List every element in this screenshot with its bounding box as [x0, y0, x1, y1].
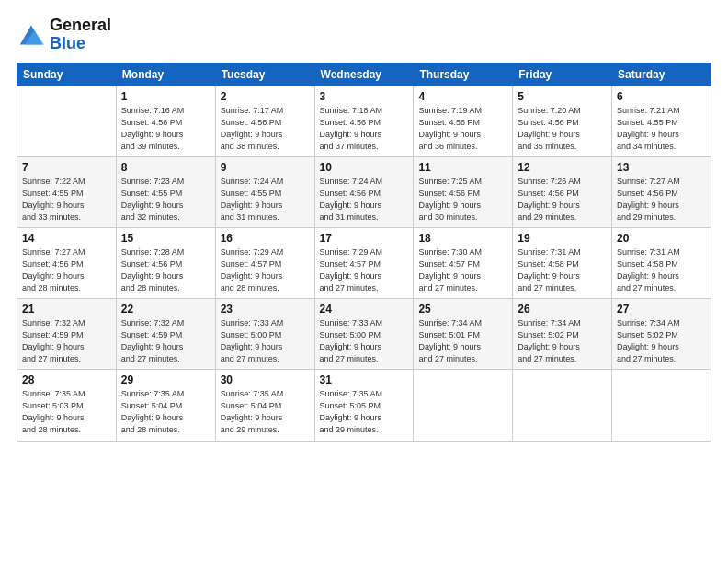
calendar-cell: 17Sunrise: 7:29 AM Sunset: 4:57 PM Dayli… — [314, 227, 414, 298]
calendar-week-row: 1Sunrise: 7:16 AM Sunset: 4:56 PM Daylig… — [17, 86, 711, 156]
day-number: 10 — [320, 161, 409, 174]
day-number: 15 — [121, 232, 210, 245]
calendar-cell — [513, 370, 612, 441]
calendar-week-row: 14Sunrise: 7:27 AM Sunset: 4:56 PM Dayli… — [17, 227, 711, 298]
day-number: 2 — [221, 90, 310, 103]
day-number: 13 — [617, 161, 706, 174]
day-info: Sunrise: 7:35 AM Sunset: 5:04 PM Dayligh… — [221, 388, 310, 436]
calendar-cell: 18Sunrise: 7:30 AM Sunset: 4:57 PM Dayli… — [414, 227, 513, 298]
calendar-cell: 21Sunrise: 7:32 AM Sunset: 4:59 PM Dayli… — [17, 299, 117, 370]
header: General Blue — [17, 17, 711, 53]
day-number: 21 — [22, 303, 111, 316]
day-info: Sunrise: 7:31 AM Sunset: 4:58 PM Dayligh… — [518, 247, 607, 294]
day-number: 27 — [617, 303, 706, 316]
day-info: Sunrise: 7:21 AM Sunset: 4:55 PM Dayligh… — [617, 105, 706, 153]
calendar-header-saturday: Saturday — [612, 63, 711, 86]
calendar-header-wednesday: Wednesday — [314, 63, 414, 86]
day-number: 23 — [221, 303, 310, 316]
day-info: Sunrise: 7:22 AM Sunset: 4:55 PM Dayligh… — [22, 176, 111, 224]
calendar-cell: 16Sunrise: 7:29 AM Sunset: 4:57 PM Dayli… — [215, 227, 314, 298]
day-info: Sunrise: 7:32 AM Sunset: 4:59 PM Dayligh… — [22, 317, 111, 365]
calendar-table: SundayMondayTuesdayWednesdayThursdayFrid… — [17, 63, 711, 442]
page: General Blue SundayMondayTuesdayWednesda… — [0, 0, 728, 563]
calendar-cell: 15Sunrise: 7:28 AM Sunset: 4:56 PM Dayli… — [116, 227, 215, 298]
calendar-cell: 9Sunrise: 7:24 AM Sunset: 4:55 PM Daylig… — [215, 156, 314, 227]
calendar-week-row: 28Sunrise: 7:35 AM Sunset: 5:03 PM Dayli… — [17, 370, 711, 441]
day-info: Sunrise: 7:34 AM Sunset: 5:01 PM Dayligh… — [418, 317, 507, 365]
calendar-cell: 27Sunrise: 7:34 AM Sunset: 5:02 PM Dayli… — [612, 299, 711, 370]
day-info: Sunrise: 7:19 AM Sunset: 4:56 PM Dayligh… — [418, 105, 507, 153]
day-info: Sunrise: 7:32 AM Sunset: 4:59 PM Dayligh… — [121, 317, 210, 365]
calendar-cell: 28Sunrise: 7:35 AM Sunset: 5:03 PM Dayli… — [17, 370, 117, 441]
calendar-cell: 8Sunrise: 7:23 AM Sunset: 4:55 PM Daylig… — [116, 156, 215, 227]
day-number: 18 — [418, 232, 507, 245]
calendar-cell: 7Sunrise: 7:22 AM Sunset: 4:55 PM Daylig… — [17, 156, 117, 227]
day-info: Sunrise: 7:16 AM Sunset: 4:56 PM Dayligh… — [121, 105, 210, 153]
day-number: 25 — [418, 303, 507, 316]
calendar-cell: 11Sunrise: 7:25 AM Sunset: 4:56 PM Dayli… — [414, 156, 513, 227]
logo-text: General Blue — [50, 17, 111, 53]
calendar-cell: 4Sunrise: 7:19 AM Sunset: 4:56 PM Daylig… — [414, 86, 513, 156]
calendar-cell — [17, 86, 117, 156]
calendar-cell: 22Sunrise: 7:32 AM Sunset: 4:59 PM Dayli… — [116, 299, 215, 370]
day-info: Sunrise: 7:35 AM Sunset: 5:03 PM Dayligh… — [22, 388, 111, 436]
calendar-cell — [414, 370, 513, 441]
calendar-header-tuesday: Tuesday — [215, 63, 314, 86]
day-number: 29 — [121, 373, 210, 386]
calendar-header-sunday: Sunday — [17, 63, 117, 86]
day-number: 31 — [320, 373, 409, 386]
day-info: Sunrise: 7:17 AM Sunset: 4:56 PM Dayligh… — [221, 105, 310, 153]
day-number: 22 — [121, 303, 210, 316]
calendar-header-friday: Friday — [513, 63, 612, 86]
calendar-cell: 10Sunrise: 7:24 AM Sunset: 4:56 PM Dayli… — [314, 156, 414, 227]
day-info: Sunrise: 7:29 AM Sunset: 4:57 PM Dayligh… — [221, 247, 310, 294]
day-info: Sunrise: 7:26 AM Sunset: 4:56 PM Dayligh… — [518, 176, 607, 224]
calendar-cell: 6Sunrise: 7:21 AM Sunset: 4:55 PM Daylig… — [612, 86, 711, 156]
day-info: Sunrise: 7:30 AM Sunset: 4:57 PM Dayligh… — [418, 247, 507, 294]
day-number: 7 — [22, 161, 111, 174]
calendar-cell: 2Sunrise: 7:17 AM Sunset: 4:56 PM Daylig… — [215, 86, 314, 156]
day-number: 3 — [320, 90, 409, 103]
day-number: 28 — [22, 373, 111, 386]
day-number: 8 — [121, 161, 210, 174]
calendar-cell: 19Sunrise: 7:31 AM Sunset: 4:58 PM Dayli… — [513, 227, 612, 298]
calendar-cell — [612, 370, 711, 441]
day-info: Sunrise: 7:34 AM Sunset: 5:02 PM Dayligh… — [518, 317, 607, 365]
calendar-cell: 13Sunrise: 7:27 AM Sunset: 4:56 PM Dayli… — [612, 156, 711, 227]
day-number: 4 — [418, 90, 507, 103]
day-number: 11 — [418, 161, 507, 174]
day-info: Sunrise: 7:23 AM Sunset: 4:55 PM Dayligh… — [121, 176, 210, 224]
calendar-cell: 3Sunrise: 7:18 AM Sunset: 4:56 PM Daylig… — [314, 86, 414, 156]
day-number: 12 — [518, 161, 607, 174]
day-number: 24 — [320, 303, 409, 316]
calendar-cell: 23Sunrise: 7:33 AM Sunset: 5:00 PM Dayli… — [215, 299, 314, 370]
calendar-cell: 12Sunrise: 7:26 AM Sunset: 4:56 PM Dayli… — [513, 156, 612, 227]
day-number: 17 — [320, 232, 409, 245]
day-number: 5 — [518, 90, 607, 103]
day-info: Sunrise: 7:33 AM Sunset: 5:00 PM Dayligh… — [320, 317, 409, 365]
calendar-cell: 14Sunrise: 7:27 AM Sunset: 4:56 PM Dayli… — [17, 227, 117, 298]
day-number: 30 — [221, 373, 310, 386]
day-number: 20 — [617, 232, 706, 245]
calendar-header-thursday: Thursday — [414, 63, 513, 86]
day-number: 1 — [121, 90, 210, 103]
calendar-week-row: 21Sunrise: 7:32 AM Sunset: 4:59 PM Dayli… — [17, 299, 711, 370]
day-info: Sunrise: 7:35 AM Sunset: 5:04 PM Dayligh… — [121, 388, 210, 436]
day-info: Sunrise: 7:18 AM Sunset: 4:56 PM Dayligh… — [320, 105, 409, 153]
calendar-week-row: 7Sunrise: 7:22 AM Sunset: 4:55 PM Daylig… — [17, 156, 711, 227]
day-info: Sunrise: 7:34 AM Sunset: 5:02 PM Dayligh… — [617, 317, 706, 365]
day-info: Sunrise: 7:25 AM Sunset: 4:56 PM Dayligh… — [418, 176, 507, 224]
day-number: 26 — [518, 303, 607, 316]
calendar-cell: 1Sunrise: 7:16 AM Sunset: 4:56 PM Daylig… — [116, 86, 215, 156]
day-info: Sunrise: 7:31 AM Sunset: 4:58 PM Dayligh… — [617, 247, 706, 294]
calendar-header-row: SundayMondayTuesdayWednesdayThursdayFrid… — [17, 63, 711, 86]
calendar-cell: 31Sunrise: 7:35 AM Sunset: 5:05 PM Dayli… — [314, 370, 414, 441]
day-info: Sunrise: 7:33 AM Sunset: 5:00 PM Dayligh… — [221, 317, 310, 365]
day-info: Sunrise: 7:27 AM Sunset: 4:56 PM Dayligh… — [22, 247, 111, 294]
calendar-cell: 25Sunrise: 7:34 AM Sunset: 5:01 PM Dayli… — [414, 299, 513, 370]
calendar-header-monday: Monday — [116, 63, 215, 86]
calendar-cell: 24Sunrise: 7:33 AM Sunset: 5:00 PM Dayli… — [314, 299, 414, 370]
calendar-cell: 30Sunrise: 7:35 AM Sunset: 5:04 PM Dayli… — [215, 370, 314, 441]
calendar-cell: 26Sunrise: 7:34 AM Sunset: 5:02 PM Dayli… — [513, 299, 612, 370]
day-info: Sunrise: 7:35 AM Sunset: 5:05 PM Dayligh… — [320, 388, 409, 436]
